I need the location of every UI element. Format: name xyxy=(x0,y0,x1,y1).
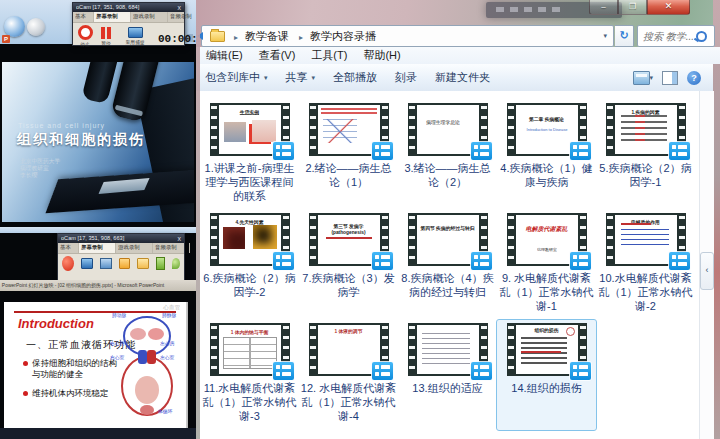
ocam-tab[interactable]: 音频录制 xyxy=(153,243,190,253)
file-item[interactable]: 生活实例 1.讲课之前-病理生理学与西医课程间的联系 xyxy=(200,100,299,210)
file-name: 10.水电解质代谢紊乱（1）正常水钠代谢-2 xyxy=(597,271,694,313)
filmstrip-holes xyxy=(409,216,415,263)
close-button[interactable]: ✕ xyxy=(647,0,690,15)
file-item[interactable]: 1 体内的钠与平衡 11.水电解质代谢紊乱（1）正常水钠代谢-3 xyxy=(200,320,299,430)
breadcrumb-segment[interactable]: 教学内容录播 xyxy=(294,29,381,44)
video-overlay-icon xyxy=(570,362,591,380)
screenshot-button[interactable] xyxy=(100,258,112,269)
help-button[interactable]: ? xyxy=(687,71,701,85)
slide-preview-title: 1.疾病的因素 xyxy=(615,109,677,116)
refresh-button[interactable]: ↻ xyxy=(615,25,634,47)
slide-preview-title: 电解质的作用 xyxy=(615,219,677,226)
file-item[interactable]: 电解质代谢紊乱 病理教研室 9. 水电解质代谢紊乱（1）正常水钠代谢-1 xyxy=(497,210,596,320)
powerpoint-title: PowerPoint 幻灯片放映 - [02 组织细胞的损伤.pptx] - M… xyxy=(0,282,164,289)
video-overlay-icon xyxy=(273,362,294,380)
change-view-button[interactable]: ▾ xyxy=(633,71,653,85)
ocam-close-icon[interactable]: x xyxy=(178,4,182,11)
filmstrip-holes xyxy=(409,326,415,373)
slide-preview-decoration xyxy=(417,105,479,154)
caption-buttons: – ❐ ✕ xyxy=(589,0,690,15)
breadcrumb: 教学备课教学内容录播 xyxy=(229,29,381,44)
powerpoint-taskbar-icon[interactable]: P xyxy=(2,35,10,43)
minimize-button[interactable]: – xyxy=(589,0,618,15)
ocam-tab[interactable]: 屏幕录制 xyxy=(79,243,116,253)
toolbar-button[interactable]: 刻录 xyxy=(386,70,426,85)
ocam-tab[interactable]: 基本 xyxy=(58,243,79,253)
powerpoint-titlebar[interactable]: PowerPoint 幻灯片放映 - [02 组织细胞的损伤.pptx] - M… xyxy=(0,280,196,291)
filmstrip-holes xyxy=(310,106,316,153)
slide-preview-title: 电解质代谢紊乱 xyxy=(516,225,578,233)
stop-button[interactable]: 停止 xyxy=(77,25,93,52)
video-thumbnail: 组织的损伤 xyxy=(507,323,587,376)
address-bar[interactable]: 教学备课教学内容录播 ▾ xyxy=(201,25,614,47)
screenshot-stage: P oCam [17, 351, 908, 684] x 基本屏幕录制游戏录制音… xyxy=(0,0,720,439)
filmstrip-holes xyxy=(211,106,217,153)
slide-preview: 第三节 发病学(pathogenesis) xyxy=(318,215,380,264)
media-button-secondary-icon[interactable] xyxy=(27,18,45,36)
preview-pane-button[interactable] xyxy=(662,71,678,85)
ocam-tab[interactable]: 屏幕录制 xyxy=(94,12,131,22)
toolbar-button[interactable]: 共享 xyxy=(277,70,325,85)
file-item[interactable]: 组织的损伤 14.组织的损伤 xyxy=(497,320,596,430)
circulation-diagram: 肺动脉 肺静脉 左心房 右心房 左心室 右心室 体循环 xyxy=(114,310,180,422)
search-input[interactable] xyxy=(638,31,696,42)
video-thumbnail xyxy=(309,103,389,156)
file-name: 7.疾病概论（3）发病学 xyxy=(300,271,397,299)
slide-preview: 电解质代谢紊乱 病理教研室 xyxy=(516,215,578,264)
preview-pane-expander[interactable]: ‹ xyxy=(700,252,714,290)
file-item[interactable]: 4.先天性因素 6.疾病概论（2）病因学-2 xyxy=(200,210,299,320)
resize-button[interactable] xyxy=(81,258,93,269)
ocam2-titlebar[interactable]: oCam [17, 351, 908, 663] x xyxy=(58,234,184,243)
toolbar-button[interactable]: 全部播放 xyxy=(324,70,386,85)
search-box[interactable] xyxy=(637,25,715,47)
video-thumbnail: 1 体液的调节 xyxy=(309,323,389,376)
menu-item[interactable]: 编辑(E) xyxy=(206,48,243,63)
file-list-area: 生活实例 1.讲课之前-病理生理学与西医课程间的联系 2.绪论——病生总论（1） xyxy=(196,91,699,439)
ocam-window-2: oCam [17, 351, 908, 663] x 基本屏幕录制游戏录制音频录… xyxy=(57,233,185,282)
folder-icon xyxy=(210,31,225,42)
diagram-label: 右心房 xyxy=(110,340,124,347)
slide-preview-title: 第二章 疾病概论 xyxy=(516,116,578,123)
file-item[interactable]: 病理生理学总论 3.绪论——病生总论（2） xyxy=(398,100,497,210)
slide-preview-title: 4.先天性因素 xyxy=(219,219,281,226)
file-item[interactable]: 2.绪论——病生总论（1） xyxy=(299,100,398,210)
slide-preview: 4.先天性因素 xyxy=(219,215,281,264)
filmstrip-holes xyxy=(607,216,613,263)
record-button[interactable] xyxy=(62,256,74,271)
menu-item[interactable]: 帮助(H) xyxy=(363,48,400,63)
ocam-tab[interactable]: 游戏录制 xyxy=(116,243,153,253)
slide-preview: 组织的损伤 xyxy=(516,325,578,374)
ocam2-close-icon[interactable]: x xyxy=(178,235,182,242)
slide-subtitle-en: Tissue and cell injury xyxy=(18,122,105,129)
menu-item[interactable]: 查看(V) xyxy=(259,48,296,63)
views-icon xyxy=(633,71,650,85)
ocam-titlebar[interactable]: oCam [17, 351, 908, 684] x xyxy=(73,3,184,12)
toolbar-button[interactable]: 新建文件夹 xyxy=(426,70,499,85)
slide-preview-decoration xyxy=(417,325,479,374)
file-item[interactable]: 1.疾病的因素 5.疾病概论（2）病因学-1 xyxy=(596,100,695,210)
options-button[interactable] xyxy=(172,258,180,269)
file-item[interactable]: 第三节 发病学(pathogenesis) 7.疾病概论（3）发病学 xyxy=(299,210,398,320)
file-name: 12. 水电解质代谢紊乱（1）正常水钠代谢-4 xyxy=(300,381,397,423)
menu-item[interactable]: 工具(T) xyxy=(311,48,347,63)
file-item[interactable]: 第四节 疾病的经过与转归 8.疾病概论（4）疾病的经过与转归 xyxy=(398,210,497,320)
ocam-tab[interactable]: 游戏录制 xyxy=(131,12,168,22)
maximize-button[interactable]: ❐ xyxy=(618,0,647,15)
pause-button[interactable]: 暂停 xyxy=(98,27,114,51)
file-item[interactable]: 1 体液的调节 12. 水电解质代谢紊乱（1）正常水钠代谢-4 xyxy=(299,320,398,430)
capture-button[interactable]: 采用捕捉 xyxy=(119,27,151,50)
slide-preview-title: 第四节 疾病的经过与转归 xyxy=(417,225,479,232)
file-item[interactable]: 电解质的作用 10.水电解质代谢紊乱（1）正常水钠代谢-2 xyxy=(596,210,695,320)
ocam-tab[interactable]: 基本 xyxy=(73,12,94,22)
toolbar-button[interactable]: 包含到库中 xyxy=(196,70,277,85)
media-button-icon[interactable] xyxy=(4,16,25,37)
address-dropdown-icon[interactable]: ▾ xyxy=(603,32,613,40)
file-item[interactable]: 13.组织的适应 xyxy=(398,320,497,430)
file-name: 2.绪论——病生总论（1） xyxy=(300,161,397,189)
file-item[interactable]: 第二章 疾病概论 Introduction to Disease 4.疾病概论（… xyxy=(497,100,596,210)
breadcrumb-segment[interactable]: 教学备课 xyxy=(229,29,294,44)
exit-button[interactable] xyxy=(156,257,165,270)
open-folder-button[interactable] xyxy=(119,258,131,269)
codec-button[interactable] xyxy=(137,258,149,269)
video-overlay-icon xyxy=(372,252,393,270)
